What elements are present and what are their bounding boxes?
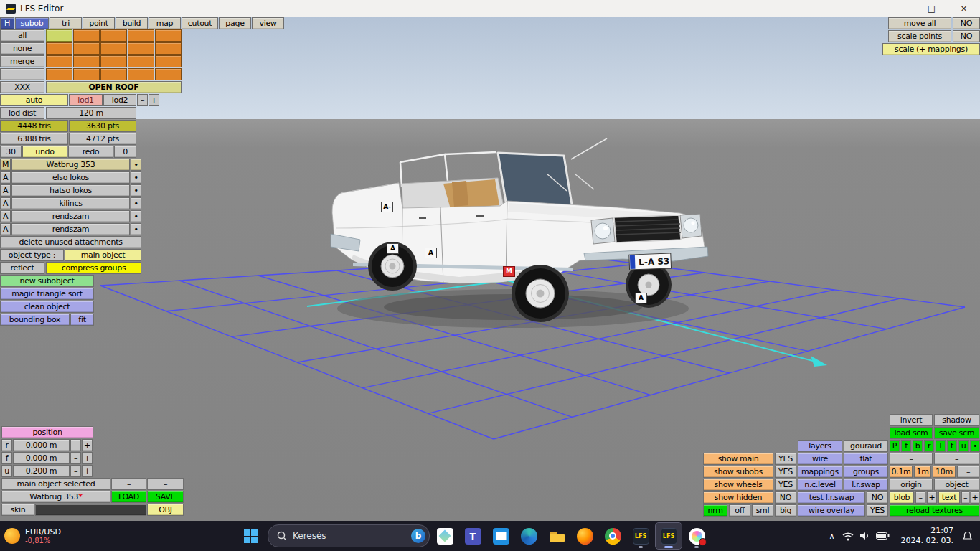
channel-l[interactable]: l	[936, 440, 946, 452]
channel-P[interactable]: P	[890, 440, 900, 452]
object-type-value[interactable]: main object	[65, 249, 141, 261]
lod-auto-button[interactable]: auto	[0, 94, 68, 106]
show-hidden-value[interactable]: NO	[775, 491, 796, 504]
subob-grid-cell[interactable]	[128, 29, 154, 42]
tab-map[interactable]: map	[149, 17, 181, 29]
wire-button[interactable]: wire	[798, 453, 842, 465]
skin-texture-field[interactable]	[35, 504, 146, 516]
object-visible-dot[interactable]: •	[131, 210, 141, 222]
magic-triangle-sort-button[interactable]: magic triangle sort	[0, 288, 94, 300]
object-row[interactable]: elso lokos	[11, 171, 130, 184]
taskbar-item-edge[interactable]	[516, 523, 542, 549]
lod-minus-button[interactable]: –	[137, 94, 148, 106]
load-scm-button[interactable]: load scm	[890, 427, 933, 439]
subob-grid-cell[interactable]	[100, 55, 127, 67]
clean-object-button[interactable]: clean object	[0, 301, 94, 313]
axis-f-plus[interactable]: +	[82, 452, 93, 464]
object-visible-dot[interactable]: •	[131, 171, 141, 184]
channel-dot[interactable]: •	[970, 440, 980, 452]
axis-f-minus[interactable]: –	[70, 452, 81, 464]
subob-grid-cell[interactable]	[46, 68, 72, 80]
object-button[interactable]: object	[934, 479, 979, 491]
attachment-marker[interactable]: A-	[381, 202, 393, 212]
subob-grid-cell[interactable]	[128, 68, 154, 80]
subob-grid-cell[interactable]	[128, 42, 154, 55]
object-type-cell[interactable]: A	[0, 223, 11, 235]
grid-10m-button[interactable]: 10m	[933, 466, 956, 478]
object-row[interactable]: rendszam	[11, 210, 130, 222]
attachment-marker[interactable]: A	[425, 248, 437, 258]
taskbar-item-photos[interactable]	[432, 523, 458, 549]
notification-bell-icon[interactable]	[962, 531, 973, 542]
text-minus[interactable]: –	[961, 491, 969, 504]
selected-dash-1[interactable]: –	[111, 478, 146, 490]
subob-grid-cell[interactable]	[73, 55, 100, 67]
search-input[interactable]: Keresés b	[268, 524, 430, 547]
scale-points-button[interactable]: scale points	[888, 30, 951, 42]
axis-f-value[interactable]: 0.000 m	[13, 452, 70, 464]
delete-unused-button[interactable]: delete unused attachments	[0, 236, 141, 248]
taskbar-item-firefox[interactable]	[572, 523, 598, 549]
menu-hide-button[interactable]: H	[0, 17, 14, 29]
subob-grid-cell[interactable]	[100, 42, 127, 55]
axis-u-value[interactable]: 0.200 m	[13, 465, 70, 477]
taskbar-item-paint[interactable]	[684, 523, 710, 549]
channel-u[interactable]: u	[958, 440, 969, 452]
reflect-button[interactable]: reflect	[0, 262, 44, 274]
subob-grid-cell[interactable]	[155, 68, 182, 80]
axis-u-minus[interactable]: –	[70, 465, 81, 477]
text-plus[interactable]: +	[971, 491, 979, 504]
object-type-cell[interactable]: A	[0, 171, 11, 184]
nrm-off-button[interactable]: off	[729, 504, 750, 517]
page-name-label[interactable]: OPEN ROOF	[46, 81, 182, 93]
scale-mappings-button[interactable]: scale (+ mappings)	[882, 43, 980, 55]
show-subobs-value[interactable]: YES	[775, 466, 796, 478]
show-subobs-button[interactable]: show subobs	[703, 466, 773, 478]
save-scm-button[interactable]: save scm	[934, 427, 979, 439]
blob-minus[interactable]: –	[915, 491, 925, 504]
taskbar-item-lfs-editor-active[interactable]: LFS	[656, 523, 682, 549]
layers-button[interactable]: layers	[798, 440, 842, 452]
fit-button[interactable]: fit	[70, 314, 94, 326]
redo-button[interactable]: redo	[68, 146, 113, 158]
object-visible-dot[interactable]: •	[131, 159, 141, 171]
grid-0_1m-button[interactable]: 0.1m	[890, 466, 913, 478]
subob-grid-cell[interactable]	[100, 29, 127, 42]
test-lr-swap-button[interactable]: test l.r.swap	[798, 491, 865, 504]
lod-dist-value[interactable]: 120 m	[46, 107, 136, 119]
object-type-cell[interactable]: A	[0, 210, 11, 222]
dash-button[interactable]: –	[0, 68, 44, 80]
object-visible-dot[interactable]: •	[131, 184, 141, 197]
subob-grid-cell[interactable]	[73, 29, 100, 42]
taskbar-item-teams[interactable]: T	[460, 523, 486, 549]
tab-tri[interactable]: tri	[50, 17, 82, 29]
object-visible-dot[interactable]: •	[131, 197, 141, 209]
show-hidden-button[interactable]: show hidden	[703, 491, 773, 504]
skin-button[interactable]: skin	[1, 504, 34, 516]
load-button[interactable]: LOAD	[111, 491, 146, 503]
nrm-button[interactable]: nrm	[703, 504, 727, 517]
bounding-box-button[interactable]: bounding box	[0, 314, 70, 326]
channel-r[interactable]: r	[924, 440, 934, 452]
subob-grid-cell[interactable]	[128, 55, 154, 67]
attachment-marker[interactable]: A	[635, 293, 647, 303]
start-button[interactable]	[237, 523, 263, 549]
axis-r-value[interactable]: 0.000 m	[13, 439, 70, 451]
show-wheels-button[interactable]: show wheels	[703, 479, 773, 491]
select-none-button[interactable]: none	[0, 42, 44, 55]
taskbar-item-chrome[interactable]	[600, 523, 626, 549]
scale-points-value[interactable]: NO	[953, 30, 980, 42]
close-button[interactable]: ×	[948, 0, 980, 17]
taskbar-item-explorer[interactable]	[544, 523, 570, 549]
tab-build[interactable]: build	[116, 17, 148, 29]
mappings-button[interactable]: mappings	[798, 466, 842, 478]
gouraud-button[interactable]: gouraud	[844, 440, 888, 452]
compress-groups-button[interactable]: compress groups	[46, 262, 141, 274]
nrm-sml-button[interactable]: sml	[752, 504, 773, 517]
dash-button[interactable]: –	[890, 453, 933, 465]
tab-subob[interactable]: subob	[15, 17, 49, 29]
object-row[interactable]: hatso lokos	[11, 184, 130, 197]
lod-dist-label[interactable]: lod dist	[0, 107, 44, 119]
object-row[interactable]: rendszam	[11, 223, 130, 235]
subob-grid-cell[interactable]	[46, 29, 72, 42]
